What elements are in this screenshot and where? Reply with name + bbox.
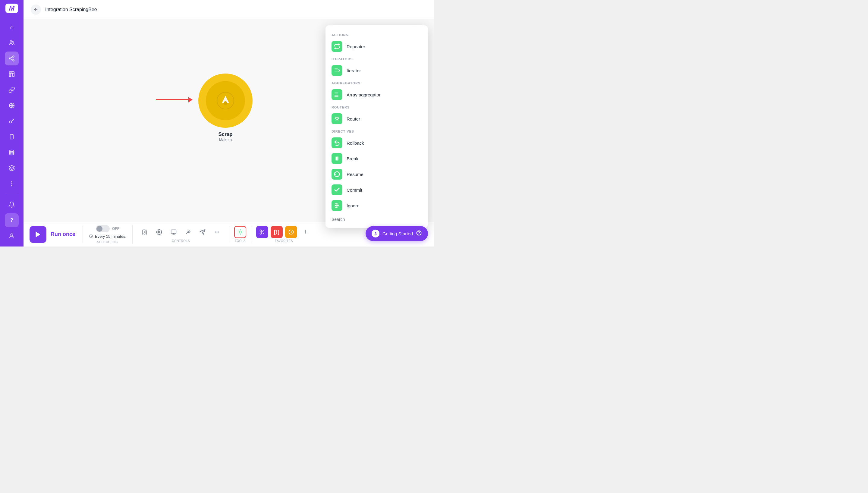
- notes-button[interactable]: [139, 226, 151, 238]
- svg-point-44: [260, 233, 262, 234]
- favorites-icon-scissors[interactable]: [256, 226, 268, 238]
- getting-started-badge: 3: [372, 230, 379, 237]
- repeater-icon: [331, 41, 342, 52]
- app-logo[interactable]: M: [5, 4, 18, 13]
- dropdown-item-iterator[interactable]: Iterator: [325, 63, 428, 78]
- favorites-icon-brackets[interactable]: [!]: [270, 226, 283, 238]
- sidebar-item-key[interactable]: [5, 114, 19, 128]
- dropdown-item-array-aggregator[interactable]: Array aggregator: [325, 87, 428, 103]
- dropdown-item-repeater[interactable]: Repeater: [325, 39, 428, 54]
- sidebar-item-user[interactable]: [5, 229, 19, 243]
- module-name: Scrap: [198, 131, 253, 137]
- svg-point-43: [260, 230, 262, 232]
- rollback-label: Rollback: [347, 141, 364, 146]
- scheduling-toggle[interactable]: [96, 225, 110, 232]
- iterator-icon: [331, 65, 342, 76]
- sidebar-item-mobile[interactable]: [5, 130, 19, 144]
- magic-button[interactable]: [182, 226, 194, 238]
- module-circle: [198, 73, 253, 128]
- svg-point-13: [11, 183, 13, 185]
- array-aggregator-icon: [331, 89, 342, 100]
- main-canvas: Scrap Make a ACTIONS Repeater ITERATORS: [23, 19, 434, 246]
- svg-rect-20: [334, 71, 338, 71]
- run-once-section: Run once: [29, 226, 83, 243]
- ignore-label: Ignore: [347, 203, 360, 208]
- display-button[interactable]: [168, 226, 180, 238]
- getting-started-button[interactable]: 3 Getting Started: [366, 226, 428, 241]
- ignore-icon: [331, 200, 342, 211]
- sidebar-item-home[interactable]: ⌂: [5, 20, 19, 34]
- getting-started-icon: [416, 230, 422, 237]
- send-button[interactable]: [196, 226, 209, 238]
- favorites-section: [!] + FAVORITES: [251, 226, 317, 242]
- toggle-off-label: OFF: [112, 227, 120, 231]
- break-label: Break: [347, 156, 359, 161]
- controls-label: CONTROLS: [172, 239, 190, 242]
- arrow-line: [156, 99, 192, 100]
- resume-label: Resume: [347, 172, 364, 177]
- svg-point-2: [13, 56, 14, 57]
- sidebar-item-share[interactable]: [5, 51, 19, 65]
- svg-rect-27: [337, 157, 339, 160]
- tools-button[interactable]: [234, 226, 246, 238]
- favorites-add-button[interactable]: +: [300, 226, 312, 238]
- commit-label: Commit: [347, 188, 362, 193]
- scheduling-label: SCHEDULING: [97, 240, 118, 244]
- dropdown-item-rollback[interactable]: Rollback: [325, 135, 428, 151]
- controls-col: CONTROLS: [139, 226, 223, 242]
- sidebar-item-more[interactable]: [5, 177, 19, 191]
- tools-label: TOOLS: [235, 239, 246, 242]
- dropdown-item-router[interactable]: Router: [325, 111, 428, 127]
- svg-point-41: [218, 232, 219, 232]
- svg-point-17: [224, 101, 227, 105]
- svg-marker-29: [36, 232, 40, 237]
- sidebar-item-help[interactable]: ?: [5, 213, 19, 227]
- section-label-aggregators: AGGREGATORS: [325, 78, 428, 87]
- dropdown-item-resume[interactable]: Resume: [325, 166, 428, 182]
- back-button[interactable]: [31, 4, 41, 15]
- arrow-indicator: [156, 99, 192, 100]
- settings-button[interactable]: [153, 226, 165, 238]
- dropdown-panel: ACTIONS Repeater ITERATORS Iterator AGGR…: [325, 25, 428, 228]
- svg-point-12: [11, 181, 13, 183]
- array-aggregator-label: Array aggregator: [347, 92, 381, 97]
- svg-point-1: [13, 41, 14, 42]
- svg-line-47: [261, 231, 262, 232]
- svg-rect-34: [171, 230, 176, 234]
- more-controls-button[interactable]: [211, 226, 223, 238]
- module-sublabel: Make a: [198, 137, 253, 142]
- section-label-routers: ROUTERS: [325, 103, 428, 111]
- svg-line-46: [263, 233, 264, 234]
- sidebar-item-link[interactable]: [5, 83, 19, 97]
- svg-line-5: [11, 57, 13, 58]
- section-label-directives: DIRECTIVES: [325, 127, 428, 135]
- scheduling-section: OFF Every 15 minutes. SCHEDULING: [83, 225, 133, 244]
- sidebar-item-bell[interactable]: [5, 198, 19, 212]
- break-icon: [331, 153, 342, 164]
- sidebar-item-team[interactable]: [5, 36, 19, 50]
- header: Integration ScrapingBee: [23, 0, 434, 19]
- svg-rect-18: [334, 69, 338, 69]
- dropdown-item-break[interactable]: Break: [325, 151, 428, 166]
- dropdown-item-commit[interactable]: Commit: [325, 182, 428, 198]
- section-label-actions: ACTIONS: [325, 30, 428, 39]
- svg-point-33: [158, 232, 160, 233]
- commit-icon: [331, 185, 342, 195]
- svg-point-40: [216, 232, 217, 232]
- svg-rect-9: [10, 135, 14, 139]
- favorites-icon-circular[interactable]: [285, 226, 297, 238]
- router-label: Router: [347, 116, 360, 122]
- svg-rect-23: [334, 95, 339, 95]
- dropdown-item-ignore[interactable]: Ignore: [325, 198, 428, 213]
- favorites-label: FAVORITES: [275, 239, 293, 242]
- sidebar-item-globe[interactable]: [5, 99, 19, 112]
- sidebar-item-puzzle[interactable]: [5, 67, 19, 81]
- run-once-button[interactable]: [29, 226, 46, 243]
- router-icon: [331, 113, 342, 124]
- sidebar-bottom: ?: [5, 198, 19, 243]
- section-label-iterators: ITERATORS: [325, 54, 428, 63]
- sidebar-item-database[interactable]: [5, 146, 19, 159]
- dropdown-search-label: Search: [325, 213, 428, 223]
- sidebar-item-cube[interactable]: [5, 161, 19, 175]
- svg-rect-26: [335, 157, 337, 160]
